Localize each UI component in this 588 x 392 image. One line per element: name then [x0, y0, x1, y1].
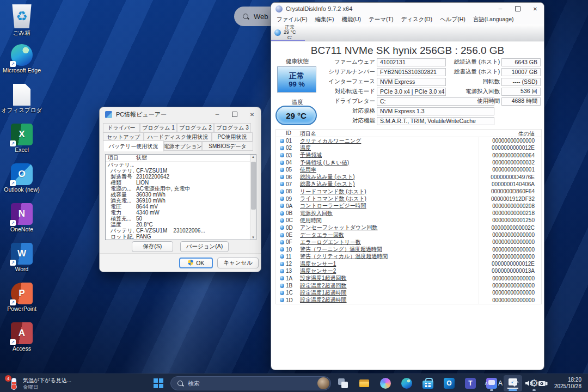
list-item[interactable]: 電圧 8644 mV — [106, 204, 256, 210]
smart-id: 07 — [286, 181, 292, 187]
desktop-icon[interactable]: X ↗ Excel — [1, 122, 42, 162]
smart-row[interactable]: 05 使用率 00000000000001 — [276, 166, 541, 173]
close-button[interactable] — [526, 3, 544, 15]
list-item[interactable]: バッテリ... — [106, 162, 256, 168]
smart-row[interactable]: 01 クリティカルワーニング 00000000000000 — [276, 137, 541, 144]
desktop-icon[interactable]: ↗ オフィスプロダクトキー — [1, 83, 42, 122]
desktop-icon[interactable]: ↗ Microsoft Edge — [1, 43, 42, 83]
temperature-value[interactable]: 29 °C — [275, 106, 317, 125]
dialog-tab[interactable]: SMBIOSデータ — [202, 142, 253, 151]
smart-row[interactable]: 0A コントローラービジー時間 00000000000208 — [276, 203, 541, 210]
dialog-tab[interactable]: 電源オプション — [164, 142, 202, 151]
wifi-icon[interactable] — [509, 376, 520, 391]
smart-row[interactable]: 1B 設定温度2超過回数 00000000000000 — [276, 282, 541, 289]
desktop-icon[interactable]: O ↗ Outlook (new) — [1, 162, 42, 202]
list-item[interactable]: 種類 LION — [106, 180, 256, 186]
list-item[interactable]: ロット記... PANG — [106, 234, 256, 240]
desktop-icon-image: X ↗ — [11, 124, 33, 145]
menu-item[interactable]: ディスク(D) — [397, 16, 436, 23]
list-item[interactable]: バッテリ... CF-VZSU1M 231022006... — [106, 228, 256, 234]
dialog-tab[interactable]: プログラム 3 — [214, 123, 251, 132]
menu-item[interactable]: 編集(E) — [311, 16, 338, 23]
window-titlebar[interactable]: CrystalDiskInfo 9.7.2 x64 — [271, 3, 544, 15]
desktop-icon[interactable]: ↗ ごみ箱 — [1, 3, 42, 43]
dialog-tab[interactable]: プログラム 2 — [177, 123, 214, 132]
smart-row[interactable]: 12 温度センサー1 0000000000012E — [276, 260, 541, 267]
smart-row[interactable]: 0B 電源投入回数 00000000000218 — [276, 210, 541, 217]
smart-row[interactable]: 0C 使用時間 00000000001250 — [276, 217, 541, 224]
smart-row[interactable]: 08 リードコマンド数 (ホスト) 0000000D860F64 — [276, 188, 541, 195]
dialog-tab[interactable]: ドライバー — [103, 123, 140, 132]
menu-item[interactable]: ファイル(F) — [273, 16, 311, 23]
smart-row[interactable]: 11 警告（クリティカル）温度超過時間 00000000000000 — [276, 253, 541, 260]
camera-icon[interactable] — [537, 376, 549, 391]
smart-row[interactable]: 07 総書き込み量 (ホスト) 0000000140406A — [276, 181, 541, 188]
microsoft-store-icon[interactable] — [419, 375, 437, 391]
list-item[interactable]: 残容量 36030 mWh — [106, 192, 256, 198]
minimize-button[interactable] — [492, 3, 509, 15]
list-item[interactable]: 電源の... AC電源使用中, 充電中 — [106, 186, 256, 192]
cancel-button[interactable]: キャンセル — [217, 258, 259, 268]
desktop-icon-label: オフィスプロダクトキー — [1, 107, 42, 113]
smart-row[interactable]: 0F エラーログエントリー数 00000000000000 — [276, 238, 541, 246]
smart-row[interactable]: 0D アンセーフシャットダウン回数 0000000000002C — [276, 224, 541, 231]
smart-row[interactable]: 06 総読み込み量 (ホスト) 00000000D4976E — [276, 173, 541, 180]
smart-raw-value: 0000000140406A — [479, 181, 541, 188]
dialog-titlebar[interactable]: PC情報ビューアー — [100, 107, 261, 121]
smart-row[interactable]: 04 予備領域 (しきい値) 00000000000032 — [276, 159, 541, 166]
dialog-tab[interactable]: バッテリー使用状況 — [103, 140, 164, 151]
tray-chevron-icon[interactable]: ∧ — [480, 376, 492, 391]
search-highlight-image[interactable] — [317, 377, 329, 389]
drive-tab-c[interactable]: 正常 29 °C C: — [271, 24, 305, 41]
smart-row[interactable]: 02 温度 0000000000012E — [276, 144, 541, 151]
desktop-icon[interactable]: W ↗ Word — [1, 242, 42, 281]
outlook-taskbar-icon[interactable] — [440, 375, 458, 391]
desktop-icon[interactable]: A ↗ Access — [1, 321, 42, 361]
list-item[interactable]: バッテリ... CF-VZSU1M — [106, 168, 256, 174]
smart-row[interactable]: 10 警告（ワーニング）温度超過時間 00000000000000 — [276, 246, 541, 253]
smart-row[interactable]: 03 予備領域 00000000000064 — [276, 152, 541, 159]
minimize-button[interactable] — [209, 107, 226, 121]
teams-icon[interactable] — [461, 375, 480, 391]
list-item[interactable]: 電力 4340 mW — [106, 210, 256, 216]
menu-item[interactable]: ヘルプ(H) — [436, 16, 469, 23]
copilot-icon[interactable] — [376, 375, 395, 391]
task-view-button[interactable] — [334, 375, 352, 391]
desktop-icon[interactable]: N ↗ OneNote — [1, 202, 42, 242]
taskbar-clock[interactable]: 18:20 2025/10/28 — [551, 377, 585, 390]
list-item[interactable]: 温度 20.8°C — [106, 222, 256, 228]
volume-icon[interactable] — [523, 376, 535, 391]
start-button[interactable] — [149, 375, 168, 391]
scrollbar[interactable] — [250, 155, 256, 240]
weather-widget[interactable]: 4 気温が下がる見込... 金曜日 — [3, 375, 75, 391]
maximize-button[interactable] — [509, 3, 526, 15]
list-item[interactable]: 満充電... 36910 mWh — [106, 198, 256, 204]
desktop-icon[interactable]: P ↗ PowerPoint — [1, 281, 42, 321]
save-button[interactable]: 保存(S) — [132, 241, 173, 252]
taskbar-search-box[interactable]: 検索 — [170, 376, 331, 390]
edge-taskbar-icon[interactable] — [397, 375, 416, 391]
menu-item[interactable]: テーマ(T) — [365, 16, 397, 23]
smart-row[interactable]: 1D 設定温度2超過時間 00000000000000 — [276, 297, 541, 304]
smart-row[interactable]: 1C 設定温度1超過時間 00000000000000 — [276, 289, 541, 296]
smart-row[interactable]: 0E データエラー回数 00000000000000 — [276, 231, 541, 238]
dialog-tab[interactable]: プログラム 1 — [140, 123, 177, 132]
ok-button[interactable]: OK — [179, 258, 213, 268]
scrollbar-thumb[interactable] — [251, 162, 256, 210]
close-button[interactable] — [243, 107, 261, 121]
smart-row[interactable]: 13 温度センサー2 0000000000013A — [276, 267, 541, 274]
smart-row[interactable]: 1A 設定温度1超過回数 00000000000000 — [276, 275, 541, 282]
smart-row[interactable]: 09 ライトコマンド数 (ホスト) 0000001912DF32 — [276, 195, 541, 202]
version-button[interactable]: バージョン(A) — [180, 241, 229, 252]
menu-item[interactable]: 言語(Language) — [469, 16, 518, 23]
list-item[interactable]: ファー... 0011-0011-0001-0004 — [106, 240, 256, 240]
health-status-box[interactable]: 正常 99 % — [277, 66, 316, 93]
menu-item[interactable]: 機能(U) — [338, 16, 365, 23]
list-item[interactable]: 製造番号 23102200642 — [106, 174, 256, 180]
file-explorer-icon[interactable] — [355, 375, 373, 391]
dialog-tab[interactable]: PC使用状況 — [212, 132, 253, 142]
maximize-button[interactable] — [226, 107, 243, 121]
list-item[interactable]: 積算充... 50 — [106, 216, 256, 222]
ime-indicator[interactable]: A — [494, 376, 506, 391]
battery-status-list[interactable]: 項目 状態 バッテリ... バッテリ... CF-VZSU1M — [105, 154, 256, 240]
